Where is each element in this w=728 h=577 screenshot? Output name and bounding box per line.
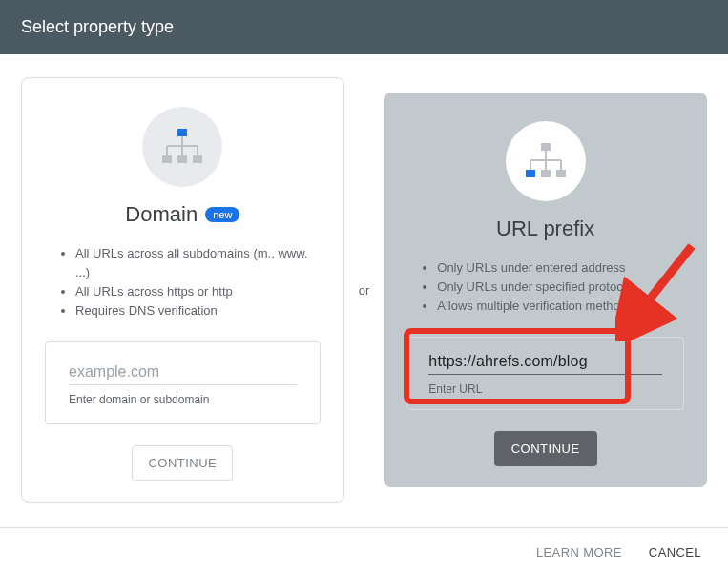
domain-continue-button[interactable]: CONTINUE [132, 445, 233, 481]
domain-input[interactable]: example.com [69, 363, 297, 385]
domain-feature: All URLs across all subdomains (m., www.… [75, 244, 321, 282]
svg-rect-12 [556, 170, 566, 177]
dialog-content: Domain new All URLs across all subdomain… [0, 54, 728, 510]
url-title-row: URL prefix [406, 216, 684, 241]
url-title: URL prefix [496, 216, 594, 241]
url-feature: Only URLs under specified protocol [437, 278, 684, 297]
property-card-url-prefix[interactable]: URL prefix Only URLs under entered addre… [384, 93, 707, 487]
domain-icon [142, 107, 222, 187]
domain-feature: All URLs across https or http [75, 282, 321, 301]
svg-rect-11 [541, 170, 551, 177]
url-feature: Allows multiple verification methods [437, 297, 684, 316]
dialog-title: Select property type [21, 17, 174, 36]
dialog-footer: LEARN MORE CANCEL [0, 527, 728, 577]
svg-rect-2 [177, 155, 187, 163]
svg-rect-9 [541, 143, 551, 151]
url-input[interactable]: https://ahrefs.com/blog [428, 353, 662, 375]
domain-title-row: Domain new [45, 202, 321, 227]
domain-feature: Requires DNS verification [75, 301, 321, 320]
url-features: Only URLs under entered address Only URL… [406, 258, 684, 316]
learn-more-link[interactable]: LEARN MORE [536, 546, 622, 560]
domain-features: All URLs across all subdomains (m., www.… [45, 244, 321, 320]
property-card-domain[interactable]: Domain new All URLs across all subdomain… [21, 77, 344, 503]
url-feature: Only URLs under entered address [437, 258, 684, 278]
svg-rect-10 [526, 170, 535, 177]
url-hint: Enter URL [428, 382, 662, 396]
svg-rect-0 [177, 129, 187, 136]
dialog-header: Select property type [0, 0, 728, 54]
domain-hint: Enter domain or subdomain [69, 393, 297, 406]
url-continue-button[interactable]: CONTINUE [494, 431, 597, 466]
url-prefix-icon [506, 121, 586, 201]
svg-rect-3 [193, 155, 202, 163]
url-input-area[interactable]: https://ahrefs.com/blog Enter URL [406, 337, 684, 410]
domain-title: Domain [125, 202, 198, 227]
new-badge: new [205, 207, 239, 222]
or-divider: or [359, 283, 370, 298]
cancel-button[interactable]: CANCEL [649, 546, 701, 560]
domain-input-area[interactable]: example.com Enter domain or subdomain [45, 341, 321, 424]
svg-rect-1 [162, 155, 172, 163]
